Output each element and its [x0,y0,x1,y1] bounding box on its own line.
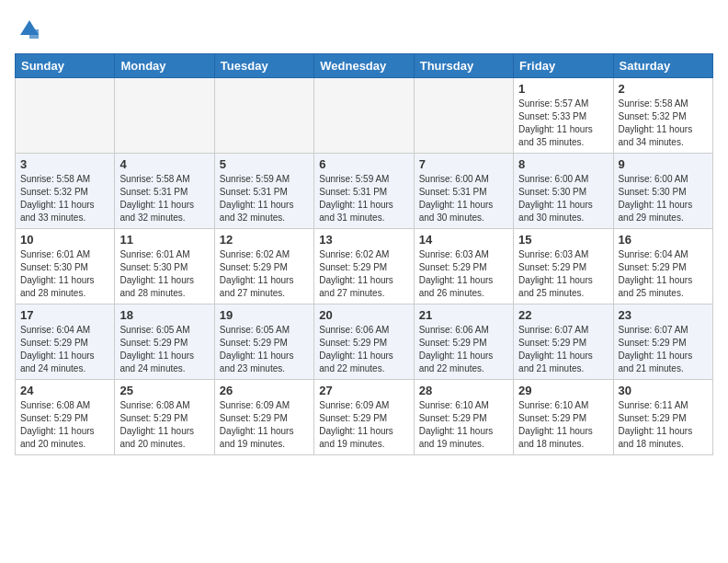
day-info: Sunrise: 6:09 AM Sunset: 5:29 PM Dayligh… [319,399,408,451]
day-number: 14 [419,233,508,247]
day-info: Sunrise: 6:04 AM Sunset: 5:29 PM Dayligh… [619,248,708,300]
day-info: Sunrise: 5:58 AM Sunset: 5:32 PM Dayligh… [619,98,708,149]
table-row: 18Sunrise: 6:05 AM Sunset: 5:29 PM Dayli… [115,304,214,380]
calendar: SundayMondayTuesdayWednesdayThursdayFrid… [15,53,713,455]
table-row [314,78,414,154]
header [15,15,713,42]
table-row: 10Sunrise: 6:01 AM Sunset: 5:30 PM Dayli… [16,229,115,304]
day-info: Sunrise: 5:59 AM Sunset: 5:31 PM Dayligh… [220,173,309,224]
table-row: 29Sunrise: 6:10 AM Sunset: 5:29 PM Dayli… [514,380,613,455]
day-info: Sunrise: 5:58 AM Sunset: 5:32 PM Dayligh… [20,173,109,224]
table-row: 9Sunrise: 6:00 AM Sunset: 5:30 PM Daylig… [613,154,712,229]
calendar-week-row: 24Sunrise: 6:08 AM Sunset: 5:29 PM Dayli… [16,380,713,455]
day-number: 29 [518,384,608,397]
day-number: 19 [220,308,309,322]
day-number: 8 [518,157,608,171]
table-row: 1Sunrise: 5:57 AM Sunset: 5:33 PM Daylig… [514,78,613,154]
day-number: 2 [619,82,708,96]
table-row: 26Sunrise: 6:09 AM Sunset: 5:29 PM Dayli… [214,380,313,455]
table-row: 15Sunrise: 6:03 AM Sunset: 5:29 PM Dayli… [514,229,613,304]
table-row: 17Sunrise: 6:04 AM Sunset: 5:29 PM Dayli… [16,304,115,380]
day-info: Sunrise: 6:07 AM Sunset: 5:29 PM Dayligh… [518,324,608,375]
table-row: 16Sunrise: 6:04 AM Sunset: 5:29 PM Dayli… [613,229,712,304]
day-number: 20 [319,308,408,322]
day-info: Sunrise: 6:06 AM Sunset: 5:29 PM Dayligh… [319,324,408,375]
calendar-week-row: 17Sunrise: 6:04 AM Sunset: 5:29 PM Dayli… [16,304,713,380]
weekday-header-saturday: Saturday [613,54,712,78]
table-row: 4Sunrise: 5:58 AM Sunset: 5:31 PM Daylig… [115,154,214,229]
day-info: Sunrise: 6:00 AM Sunset: 5:31 PM Dayligh… [419,173,508,224]
table-row: 13Sunrise: 6:02 AM Sunset: 5:29 PM Dayli… [314,229,414,304]
day-info: Sunrise: 5:59 AM Sunset: 5:31 PM Dayligh… [319,173,408,224]
day-number: 21 [419,308,508,322]
logo-icon [17,17,42,42]
day-number: 16 [619,233,708,247]
day-number: 3 [20,157,109,171]
table-row: 30Sunrise: 6:11 AM Sunset: 5:29 PM Dayli… [613,380,712,455]
table-row [414,78,513,154]
day-number: 4 [119,157,209,171]
day-info: Sunrise: 5:57 AM Sunset: 5:33 PM Dayligh… [518,98,608,149]
day-number: 26 [220,384,309,397]
table-row: 25Sunrise: 6:08 AM Sunset: 5:29 PM Dayli… [115,380,214,455]
table-row: 20Sunrise: 6:06 AM Sunset: 5:29 PM Dayli… [314,304,414,380]
table-row: 3Sunrise: 5:58 AM Sunset: 5:32 PM Daylig… [16,154,115,229]
table-row [115,78,214,154]
day-info: Sunrise: 6:03 AM Sunset: 5:29 PM Dayligh… [518,248,608,300]
day-number: 18 [119,308,209,322]
day-number: 24 [20,384,109,397]
svg-marker-1 [29,29,39,39]
day-info: Sunrise: 6:10 AM Sunset: 5:29 PM Dayligh… [518,399,608,451]
day-number: 13 [319,233,408,247]
table-row: 7Sunrise: 6:00 AM Sunset: 5:31 PM Daylig… [414,154,513,229]
table-row: 19Sunrise: 6:05 AM Sunset: 5:29 PM Dayli… [214,304,313,380]
day-number: 27 [319,384,408,397]
day-info: Sunrise: 6:03 AM Sunset: 5:29 PM Dayligh… [419,248,508,300]
weekday-header-friday: Friday [514,54,613,78]
day-number: 5 [220,157,309,171]
day-info: Sunrise: 6:08 AM Sunset: 5:29 PM Dayligh… [119,399,209,451]
day-number: 1 [518,82,608,96]
day-number: 15 [518,233,608,247]
day-number: 12 [220,233,309,247]
day-info: Sunrise: 6:07 AM Sunset: 5:29 PM Dayligh… [619,324,708,375]
table-row: 23Sunrise: 6:07 AM Sunset: 5:29 PM Dayli… [613,304,712,380]
calendar-week-row: 10Sunrise: 6:01 AM Sunset: 5:30 PM Dayli… [16,229,713,304]
day-info: Sunrise: 6:06 AM Sunset: 5:29 PM Dayligh… [419,324,508,375]
table-row: 24Sunrise: 6:08 AM Sunset: 5:29 PM Dayli… [16,380,115,455]
day-info: Sunrise: 6:08 AM Sunset: 5:29 PM Dayligh… [20,399,109,451]
day-number: 22 [518,308,608,322]
day-number: 9 [619,157,708,171]
day-number: 6 [319,157,408,171]
day-info: Sunrise: 6:09 AM Sunset: 5:29 PM Dayligh… [220,399,309,451]
day-info: Sunrise: 6:01 AM Sunset: 5:30 PM Dayligh… [20,248,109,300]
day-number: 11 [119,233,209,247]
day-number: 25 [119,384,209,397]
day-info: Sunrise: 6:04 AM Sunset: 5:29 PM Dayligh… [20,324,109,375]
day-info: Sunrise: 6:05 AM Sunset: 5:29 PM Dayligh… [119,324,209,375]
day-number: 28 [419,384,508,397]
table-row: 12Sunrise: 6:02 AM Sunset: 5:29 PM Dayli… [214,229,313,304]
day-info: Sunrise: 6:01 AM Sunset: 5:30 PM Dayligh… [119,248,209,300]
table-row: 2Sunrise: 5:58 AM Sunset: 5:32 PM Daylig… [613,78,712,154]
table-row: 22Sunrise: 6:07 AM Sunset: 5:29 PM Dayli… [514,304,613,380]
weekday-header-thursday: Thursday [414,54,513,78]
table-row: 6Sunrise: 5:59 AM Sunset: 5:31 PM Daylig… [314,154,414,229]
calendar-week-row: 1Sunrise: 5:57 AM Sunset: 5:33 PM Daylig… [16,78,713,154]
table-row: 5Sunrise: 5:59 AM Sunset: 5:31 PM Daylig… [214,154,313,229]
day-number: 23 [619,308,708,322]
day-info: Sunrise: 6:05 AM Sunset: 5:29 PM Dayligh… [220,324,309,375]
table-row [214,78,313,154]
day-info: Sunrise: 6:02 AM Sunset: 5:29 PM Dayligh… [220,248,309,300]
calendar-week-row: 3Sunrise: 5:58 AM Sunset: 5:32 PM Daylig… [16,154,713,229]
table-row: 14Sunrise: 6:03 AM Sunset: 5:29 PM Dayli… [414,229,513,304]
weekday-header-wednesday: Wednesday [314,54,414,78]
day-info: Sunrise: 6:11 AM Sunset: 5:29 PM Dayligh… [619,399,708,451]
day-number: 7 [419,157,508,171]
day-info: Sunrise: 6:02 AM Sunset: 5:29 PM Dayligh… [319,248,408,300]
day-number: 17 [20,308,109,322]
main-container: SundayMondayTuesdayWednesdayThursdayFrid… [0,0,728,466]
day-info: Sunrise: 5:58 AM Sunset: 5:31 PM Dayligh… [119,173,209,224]
day-info: Sunrise: 6:00 AM Sunset: 5:30 PM Dayligh… [518,173,608,224]
table-row: 21Sunrise: 6:06 AM Sunset: 5:29 PM Dayli… [414,304,513,380]
